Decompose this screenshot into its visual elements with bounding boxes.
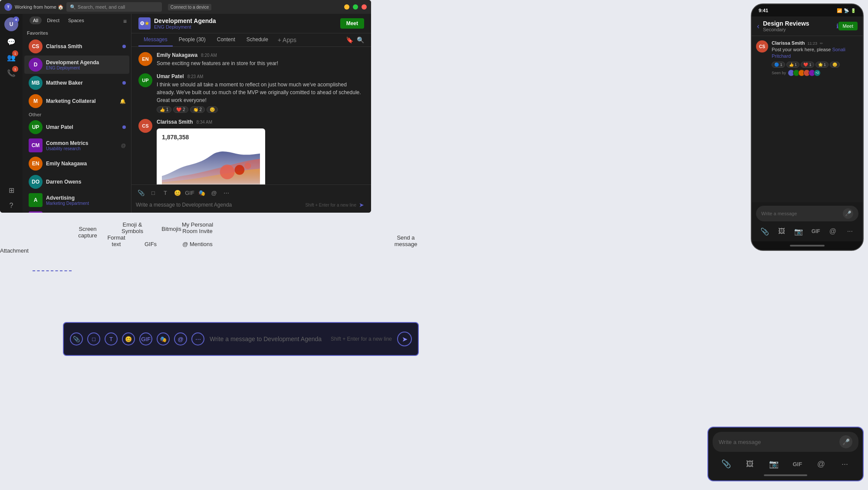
exp-emoji-icon[interactable]: 😊: [122, 332, 135, 345]
phone-info-icon[interactable]: ℹ: [836, 23, 838, 30]
exp-mention-icon[interactable]: @: [174, 332, 187, 345]
sidebar-item-devagenda[interactable]: D Development Agenda ENG Deployment: [24, 56, 129, 74]
rail-teams-icon[interactable]: 👥 1: [4, 50, 18, 64]
phone-status-bar: 9:41 📶 📡 🔋: [752, 4, 863, 16]
reaction-heart[interactable]: ❤️ 2: [173, 106, 188, 113]
phone-gif-icon[interactable]: GIF: [809, 225, 822, 238]
expanded-toolbar-box: 📎 □ T 😊 GIF 🎭 @ ⋯ Write a message to Dev…: [63, 322, 419, 356]
phone-reaction-5[interactable]: 😊: [830, 62, 840, 68]
annotation-attachment-label: Attachment: [0, 247, 29, 254]
sidebar-item-advertising[interactable]: A Advertising Marketing Department: [24, 191, 129, 209]
expanded-mic-button[interactable]: 🎤: [839, 435, 852, 448]
chat-header: ⚙ ★ Development Agenda ENG Deployment Me…: [132, 14, 371, 33]
expanded-input-row[interactable]: Write a message 🎤: [713, 432, 858, 452]
sidebar-item-emily[interactable]: EN Emily Nakagawa: [24, 155, 129, 173]
phone-meet-button[interactable]: Meet: [838, 22, 858, 30]
expanded-gif-icon[interactable]: GIF: [789, 456, 805, 472]
expanded-attachment-icon[interactable]: 📎: [718, 456, 734, 472]
phone-input-row[interactable]: Write a message 🎤: [756, 206, 858, 221]
chat-tabs: Messages People (30) Content Schedule + …: [132, 33, 371, 47]
darren-name: Darren Owens: [46, 179, 125, 185]
expanded-input-text[interactable]: Write a message to Development Agenda: [210, 335, 326, 342]
phone-messages[interactable]: CS Clarissa Smith 11:23 ✏ Post your work…: [752, 36, 863, 202]
bookmark-icon[interactable]: 🔖: [346, 36, 353, 43]
sidebar-item-darren[interactable]: DO Darren Owens: [24, 173, 129, 191]
expanded-mention-icon[interactable]: @: [813, 456, 829, 472]
umar-msg-content: Umar Patel 8:23 AM I think we should all…: [157, 73, 364, 113]
tab-schedule[interactable]: Schedule: [241, 33, 273, 46]
message-input[interactable]: [136, 202, 305, 208]
phone-reaction-2[interactable]: 👍 1: [786, 62, 800, 68]
expanded-send-button[interactable]: ➤: [397, 332, 412, 346]
sidebar-item-commonmetrics[interactable]: CM Common Metrics Usability research @: [24, 136, 129, 155]
attachment-toolbar-icon[interactable]: 📎: [136, 187, 146, 198]
bitmoji-toolbar-icon[interactable]: 🎭: [197, 187, 207, 198]
matthew-name: Matthew Baker: [46, 80, 125, 86]
phone-mic-button[interactable]: 🎤: [843, 208, 853, 219]
format-toolbar-icon[interactable]: T: [160, 187, 171, 198]
expanded-input-placeholder[interactable]: Write a message: [719, 439, 839, 445]
richtext-toolbar-icon[interactable]: □: [148, 187, 158, 198]
search-icon: 🔍: [70, 4, 76, 10]
rail-chat-icon[interactable]: 💬: [4, 35, 18, 49]
filter-icon[interactable]: ≡: [123, 18, 127, 25]
more-toolbar-icon[interactable]: ⋯: [221, 187, 231, 198]
phone-reaction-4[interactable]: 🌟 1: [815, 62, 829, 68]
clarissa-msg-header: Clarissa Smith 8:34 AM: [157, 119, 364, 125]
meet-button[interactable]: Meet: [340, 18, 364, 29]
user-avatar[interactable]: U 4: [4, 17, 18, 31]
phone-input-placeholder[interactable]: Write a message: [761, 211, 843, 216]
minimize-button[interactable]: [344, 4, 349, 10]
reaction-clap[interactable]: 👏 2: [190, 106, 205, 113]
tab-messages[interactable]: Messages: [138, 33, 173, 46]
sidebar-item-umar[interactable]: UP Umar Patel: [24, 118, 129, 136]
connect-device-button[interactable]: Connect to a device: [168, 4, 211, 10]
favorites-section-header[interactable]: Favorites: [23, 29, 131, 37]
search-chat-icon[interactable]: 🔍: [357, 36, 364, 43]
phone-more-icon[interactable]: ···: [843, 225, 856, 238]
close-button[interactable]: [362, 4, 367, 10]
sidebar-tab-spaces[interactable]: Spaces: [65, 16, 88, 24]
exp-screen-icon[interactable]: □: [87, 332, 100, 345]
maximize-button[interactable]: [353, 4, 358, 10]
phone-reaction-3[interactable]: ❤️ 1: [801, 62, 814, 68]
gif-toolbar-icon[interactable]: GIF: [184, 187, 195, 198]
tab-apps[interactable]: + Apps: [274, 33, 300, 46]
phone-mention-icon[interactable]: @: [826, 225, 839, 238]
exp-attachment-icon[interactable]: 📎: [70, 332, 83, 345]
exp-bitmoji-icon[interactable]: 🎭: [157, 332, 170, 345]
exp-gif-icon[interactable]: GIF: [139, 332, 152, 345]
mention-toolbar-icon[interactable]: @: [209, 187, 219, 198]
umar-info: Umar Patel: [46, 124, 125, 130]
expanded-more-icon[interactable]: ···: [837, 456, 853, 472]
phone-clarissa-name: Clarissa Smith: [772, 40, 805, 46]
phone-back-button[interactable]: ‹: [757, 22, 760, 31]
tab-people[interactable]: People (30): [174, 33, 211, 46]
rail-calls-icon[interactable]: 📞 1: [4, 66, 18, 80]
phone-input-area: Write a message 🎤 📎 🖼 📷 GIF @ ···: [752, 202, 863, 241]
chart-card: 1,878,358: [157, 128, 265, 184]
emoji-toolbar-icon[interactable]: 😊: [172, 187, 183, 198]
reaction-thumbs[interactable]: 👍 1: [157, 106, 171, 113]
battery-icon: 🔋: [851, 8, 856, 13]
sidebar-item-matthew[interactable]: MB Matthew Baker: [24, 74, 129, 92]
phone-camera-icon[interactable]: 📷: [792, 225, 805, 238]
reaction-smile[interactable]: 😊: [207, 106, 218, 113]
phone-gallery-icon[interactable]: 🖼: [775, 225, 788, 238]
phone-frame: 9:41 📶 📡 🔋 ‹ Design Reviews Secondary ℹ …: [751, 3, 864, 251]
exp-format-icon[interactable]: T: [105, 332, 118, 345]
messages-area[interactable]: EN Emily Nakagawa 8:20 AM Some exciting …: [132, 47, 371, 184]
search-bar[interactable]: 🔍 Search, meet, and call: [66, 2, 162, 12]
tab-content[interactable]: Content: [212, 33, 240, 46]
sidebar-tab-direct[interactable]: Direct: [43, 16, 63, 24]
exp-more-icon[interactable]: ⋯: [191, 332, 204, 345]
phone-attachment-icon[interactable]: 📎: [758, 225, 771, 238]
expanded-camera-icon[interactable]: 📷: [766, 456, 782, 472]
rail-apps-icon[interactable]: ⊞: [4, 183, 18, 197]
sidebar-item-marketing[interactable]: M Marketing Collateral 🔔: [24, 92, 129, 110]
wifi-icon: 📡: [844, 8, 849, 13]
sidebar-tab-all[interactable]: All: [30, 16, 42, 24]
expanded-gallery-icon[interactable]: 🖼: [742, 456, 758, 472]
phone-reaction-1[interactable]: 🔵 1: [772, 62, 785, 68]
sidebar-item-clarissa[interactable]: CS Clarissa Smith: [24, 37, 129, 56]
